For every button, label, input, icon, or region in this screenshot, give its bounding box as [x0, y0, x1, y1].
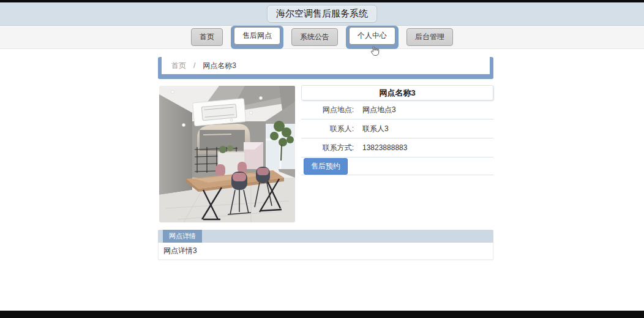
outlet-photo	[159, 86, 295, 222]
phone-value: 13823888883	[362, 143, 407, 152]
nav-item-outlets[interactable]: 售后网点	[234, 27, 280, 45]
breadcrumb-home-link[interactable]: 首页	[171, 61, 186, 71]
bottom-black-bar	[0, 311, 644, 318]
tab-content: 网点详情3	[158, 243, 493, 260]
nav-item-outlets-wrap: 售后网点	[231, 26, 283, 49]
address-label: 网点地点:	[301, 105, 354, 115]
contact-value: 联系人3	[362, 124, 389, 134]
info-row-address: 网点地点: 网点地点3	[301, 100, 493, 119]
breadcrumb-current: 网点名称3	[203, 61, 236, 71]
nav-item-profile-wrap: 个人中心	[346, 26, 399, 49]
phone-label: 联系方式:	[301, 143, 354, 153]
info-action-row: 售后预约	[301, 157, 493, 175]
info-row-contact: 联系人: 联系人3	[301, 119, 493, 138]
nav-item-home[interactable]: 首页	[191, 28, 223, 46]
breadcrumb: 首页 / 网点名称3	[158, 57, 493, 79]
app-title: 海尔空调售后服务系统	[267, 5, 377, 23]
info-row-phone: 联系方式: 13823888883	[301, 138, 493, 157]
tab-bar: 网点详情	[158, 230, 493, 243]
address-value: 网点地点3	[362, 105, 396, 115]
cursor-pointer-icon	[370, 45, 380, 56]
breadcrumb-separator: /	[193, 61, 195, 70]
nav-item-admin[interactable]: 后台管理	[406, 28, 453, 46]
showroom-interior-illustration	[159, 86, 295, 222]
main-nav: 首页 售后网点 系统公告 个人中心 后台管理	[0, 26, 644, 49]
nav-item-announcements[interactable]: 系统公告	[291, 28, 338, 46]
contact-label: 联系人:	[301, 124, 354, 134]
aftersale-booking-button[interactable]: 售后预约	[304, 158, 348, 175]
app-header: 海尔空调售后服务系统	[0, 2, 644, 26]
page: 海尔空调售后服务系统 首页 售后网点 系统公告 个人中心 后台管理 首页 / 网…	[0, 0, 644, 318]
tab-outlet-detail[interactable]: 网点详情	[163, 230, 202, 243]
outlet-info-panel: 网点名称3 网点地点: 网点地点3 联系人: 联系人3 联系方式: 138238…	[301, 85, 493, 175]
detail-tabs-section: 网点详情 网点详情3	[158, 230, 493, 260]
outlet-name-title: 网点名称3	[301, 85, 493, 100]
nav-item-profile[interactable]: 个人中心	[349, 27, 395, 45]
